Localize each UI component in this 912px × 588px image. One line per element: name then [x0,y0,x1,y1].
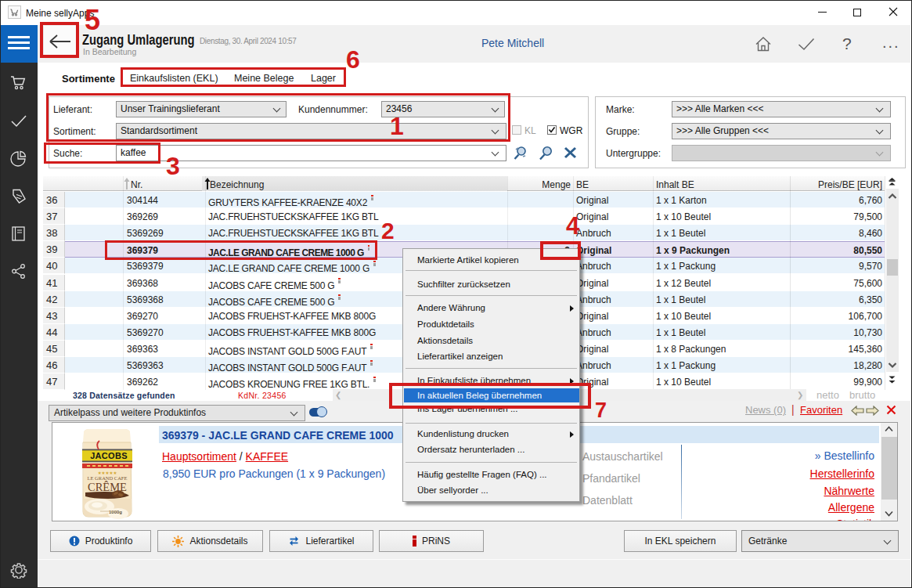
svg-text:LE GRAND CAFE: LE GRAND CAFE [88,475,128,481]
svg-text:1000g: 1000g [109,510,122,514]
svg-text:JACOBS: JACOBS [90,451,128,460]
